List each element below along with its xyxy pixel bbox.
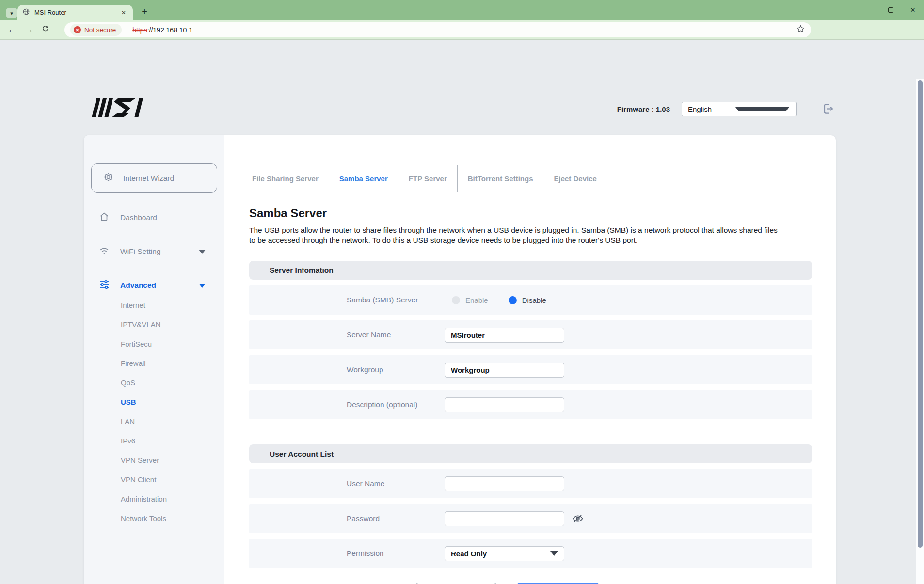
new-tab-button[interactable]: + — [138, 5, 151, 18]
firmware-version: Firmware : 1.03 — [610, 105, 670, 113]
url-protocol: https — [132, 26, 147, 34]
section-server-information: Server Infomation — [249, 261, 812, 280]
user-name-row: User Name — [249, 469, 812, 498]
window-maximize-button[interactable] — [879, 0, 902, 20]
sidebar-subitem-ipv6[interactable]: IPv6 — [84, 431, 224, 450]
sidebar-subitem-iptv-vlan[interactable]: IPTV&VLAN — [84, 315, 224, 334]
url-host: ://192.168.10.1 — [147, 26, 192, 34]
scrollbar-thumb[interactable] — [918, 80, 923, 548]
browser-tab[interactable]: MSI Router ✕ — [17, 5, 133, 20]
permission-select[interactable]: Read Only — [445, 546, 564, 561]
sidebar-subitem-administration[interactable]: Administration — [84, 489, 224, 508]
description-line: The USB ports allow the router to share … — [249, 225, 812, 235]
not-secure-chip[interactable]: ✕ Not secure — [70, 24, 122, 36]
page-scrollbar[interactable] — [916, 79, 924, 584]
language-select[interactable]: English — [682, 102, 797, 116]
chevron-down-icon — [550, 551, 558, 556]
password-visibility-toggle[interactable] — [572, 512, 584, 525]
workgroup-input[interactable] — [445, 363, 564, 378]
tab-title: MSI Router — [34, 9, 119, 16]
address-bar[interactable]: ✕ Not secure https://192.168.10.1 — [64, 22, 811, 37]
forward-button[interactable]: → — [20, 24, 37, 35]
sidebar-subitem-lan[interactable]: LAN — [84, 411, 224, 431]
tab-bittorrent-settings[interactable]: BitTorrent Settings — [458, 165, 544, 192]
browser-toolbar: ← → ✕ Not secure https://192.168.10.1 J … — [0, 20, 924, 40]
description-line: to be accessed through the network. To d… — [249, 235, 812, 245]
sidebar-item-advanced[interactable]: Advanced — [84, 268, 224, 302]
content-card: Internet Wizard Dashboard — [84, 135, 836, 584]
disable-radio-label[interactable]: Disable — [522, 296, 546, 304]
enable-radio-label[interactable]: Enable — [465, 296, 488, 304]
language-selected-value: English — [688, 105, 735, 113]
tab-samba-server[interactable]: Samba Server — [329, 165, 398, 192]
password-input[interactable] — [445, 511, 564, 526]
sidebar-item-internet-wizard[interactable]: Internet Wizard — [91, 163, 217, 193]
tab-ftp-server[interactable]: FTP Server — [398, 165, 458, 192]
home-icon — [98, 211, 110, 224]
description-input[interactable] — [445, 397, 564, 412]
sidebar-subitem-vpn-server[interactable]: VPN Server — [84, 450, 224, 470]
sidebar-item-dashboard[interactable]: Dashboard — [84, 201, 224, 235]
not-secure-label: Not secure — [84, 26, 116, 33]
permission-selected-value: Read Only — [451, 550, 487, 558]
usb-tabs: File Sharing Server Samba Server FTP Ser… — [249, 165, 812, 192]
sidebar-item-label: Advanced — [120, 281, 156, 290]
window-close-button[interactable]: ✕ — [902, 0, 924, 20]
workgroup-label: Workgroup — [347, 365, 445, 374]
tab-file-sharing-server[interactable]: File Sharing Server — [249, 165, 329, 192]
tab-close-icon[interactable]: ✕ — [119, 9, 128, 16]
disable-radio[interactable] — [509, 296, 517, 304]
minimize-icon — [865, 10, 871, 10]
tab-eject-device[interactable]: Eject Device — [543, 165, 607, 192]
maximize-icon — [888, 7, 893, 13]
chevron-down-icon — [199, 284, 206, 288]
sidebar-item-wifi-setting[interactable]: WiFi Setting — [84, 235, 224, 268]
server-name-label: Server Name — [347, 331, 445, 339]
smb-server-row: Samba (SMB) Server Enable Disable — [249, 285, 812, 315]
page-description: The USB ports allow the router to share … — [249, 225, 812, 245]
sidebar-subitem-network-tools[interactable]: Network Tools — [84, 508, 224, 528]
smb-server-label: Samba (SMB) Server — [347, 296, 445, 304]
sidebar: Internet Wizard Dashboard — [84, 135, 224, 584]
gear-icon — [103, 172, 114, 185]
reload-button[interactable] — [37, 24, 53, 35]
password-row: Password — [249, 504, 812, 533]
router-page: Firmware : 1.03 English Internet Wiza — [0, 40, 924, 584]
description-label: Description (optional) — [347, 400, 445, 409]
bookmark-star-icon[interactable] — [796, 24, 805, 35]
server-name-row: Server Name — [249, 320, 812, 349]
workgroup-row: Workgroup — [249, 355, 812, 384]
permission-label: Permission — [347, 549, 445, 558]
browser-tab-strip: ▾ MSI Router ✕ + ✕ — [0, 0, 924, 20]
page-title: Samba Server — [249, 206, 812, 220]
chevron-down-icon — [735, 107, 790, 111]
main-content: File Sharing Server Samba Server FTP Ser… — [224, 135, 836, 584]
msi-logo — [91, 98, 156, 119]
user-name-input[interactable] — [445, 476, 564, 491]
permission-row: Permission Read Only — [249, 539, 812, 568]
not-secure-icon: ✕ — [74, 26, 81, 33]
enable-radio[interactable] — [452, 296, 460, 304]
sidebar-subitem-qos[interactable]: QoS — [84, 373, 224, 392]
section-user-account-list: User Account List — [249, 444, 812, 463]
sidebar-subitem-fortisecu[interactable]: FortiSecu — [84, 334, 224, 353]
sidebar-subitem-usb[interactable]: USB — [84, 392, 224, 411]
sidebar-subitem-firewall[interactable]: Firewall — [84, 353, 224, 373]
sliders-icon — [98, 279, 110, 292]
advanced-submenu: Internet IPTV&VLAN FortiSecu Firewall Qo… — [84, 295, 224, 528]
password-label: Password — [347, 514, 445, 523]
logout-button[interactable] — [822, 102, 835, 117]
sidebar-subitem-vpn-client[interactable]: VPN Client — [84, 470, 224, 489]
window-minimize-button[interactable] — [857, 0, 879, 20]
sidebar-item-label: Internet Wizard — [123, 174, 174, 183]
wifi-icon — [98, 245, 110, 258]
user-name-label: User Name — [347, 479, 445, 488]
sidebar-item-label: Dashboard — [120, 213, 157, 222]
server-name-input[interactable] — [445, 328, 564, 343]
sidebar-item-label: WiFi Setting — [120, 247, 161, 256]
tab-search-chevron-icon[interactable]: ▾ — [6, 8, 17, 18]
url-text[interactable]: https://192.168.10.1 — [132, 26, 192, 34]
globe-favicon-icon — [22, 8, 30, 17]
description-row: Description (optional) — [249, 390, 812, 419]
back-button[interactable]: ← — [4, 24, 20, 35]
